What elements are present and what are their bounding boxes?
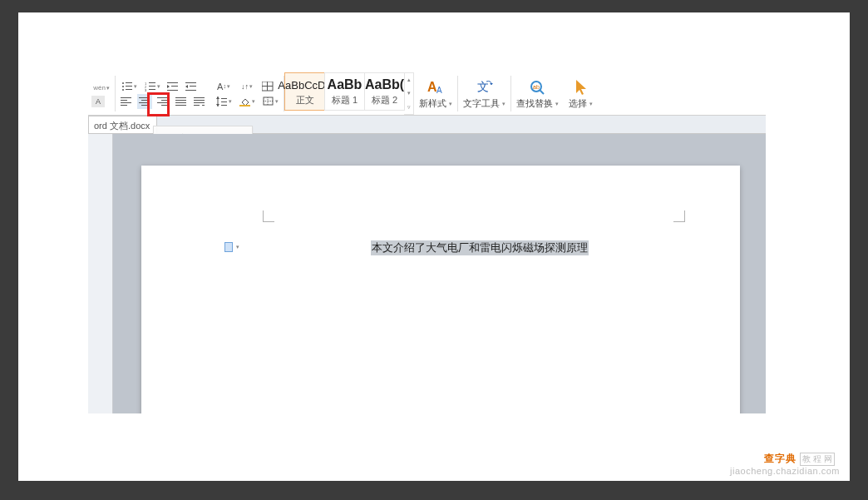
increase-indent-button[interactable]	[184, 79, 199, 94]
svg-rect-26	[139, 102, 150, 103]
cursor-icon	[573, 77, 589, 97]
sort-button[interactable]: ↓↑▾	[237, 79, 257, 94]
align-center-button[interactable]	[137, 94, 152, 109]
svg-rect-33	[175, 100, 186, 101]
chevron-up-icon[interactable]: ▴	[404, 77, 413, 83]
svg-rect-35	[175, 105, 186, 106]
text-tools-icon: 文	[475, 77, 495, 97]
svg-rect-21	[121, 100, 127, 101]
svg-rect-18	[190, 86, 196, 87]
document-tab[interactable]: ord 文档.docx	[88, 116, 157, 133]
align-justify-button[interactable]	[174, 94, 189, 109]
svg-rect-34	[175, 102, 186, 103]
bullets-button[interactable]: ▾	[119, 79, 139, 94]
svg-rect-20	[121, 97, 131, 98]
align-right-button[interactable]	[155, 94, 170, 109]
chevron-down-icon: ▾	[589, 101, 593, 107]
button-label: 新样式	[419, 97, 446, 110]
watermark-brand: 查字典 教 程 网	[764, 452, 835, 466]
new-style-button[interactable]: AA 新样式▾	[414, 72, 457, 115]
selected-body-text[interactable]: 本文介绍了大气电厂和雷电闪烁磁场探测原理	[371, 240, 589, 255]
button-label: 选择	[569, 97, 587, 110]
find-replace-button[interactable]: ab 查找替换▾	[511, 72, 564, 115]
svg-rect-32	[175, 97, 186, 98]
svg-rect-16	[185, 82, 196, 83]
svg-rect-36	[194, 97, 205, 98]
ribbon-group-font-edge: wén▾ A	[88, 72, 115, 115]
svg-rect-25	[141, 100, 148, 101]
ribbon: wén▾ A ▾ 123▾	[88, 72, 766, 116]
chevron-down-icon[interactable]: ▾	[404, 90, 413, 97]
watermark-tag: 教 程 网	[800, 453, 835, 466]
svg-rect-49	[221, 105, 227, 106]
svg-rect-15	[167, 90, 178, 91]
new-style-icon: AA	[426, 77, 446, 97]
svg-point-4	[122, 89, 124, 91]
svg-rect-11	[149, 89, 155, 90]
expand-icon[interactable]: ▿	[404, 104, 413, 111]
margin-mark	[263, 210, 274, 222]
ribbon-group-paragraph: ▾ 123▾	[116, 72, 210, 115]
chevron-down-icon: ▾	[236, 244, 239, 250]
svg-marker-61	[576, 80, 586, 95]
shading-button[interactable]: ▾	[237, 94, 257, 109]
vertical-ruler[interactable]	[88, 134, 113, 413]
svg-rect-27	[141, 105, 148, 106]
svg-rect-14	[171, 86, 178, 87]
style-label: 标题 1	[332, 94, 358, 106]
svg-rect-7	[149, 82, 155, 83]
svg-rect-29	[161, 100, 168, 101]
wps-word-window: wén▾ A ▾ 123▾	[88, 72, 766, 413]
watermark-url: jiaocheng.chazidian.com	[730, 466, 840, 476]
select-button[interactable]: 选择▾	[564, 72, 598, 115]
svg-text:文: 文	[477, 80, 489, 93]
chevron-down-icon: ▾	[502, 101, 506, 107]
table-button[interactable]	[260, 79, 275, 94]
paragraph-handle[interactable]: ▾	[224, 242, 239, 252]
svg-rect-24	[139, 97, 150, 98]
svg-rect-47	[221, 98, 227, 99]
style-heading2[interactable]: AaBb( 标题 2	[364, 72, 405, 111]
watermark-logo: 查字典	[764, 452, 796, 466]
svg-rect-38	[194, 102, 205, 103]
svg-text:ab: ab	[533, 84, 540, 90]
style-label: 正文	[296, 94, 314, 106]
svg-point-0	[122, 82, 124, 84]
svg-rect-22	[121, 102, 131, 103]
ribbon-group-paragraph-2: A↕▾ ↓↑▾ ▾ ▾ ▾	[210, 72, 284, 115]
align-left-button[interactable]	[119, 94, 134, 109]
button-label: 查找替换	[516, 97, 553, 110]
svg-rect-31	[161, 105, 168, 106]
font-size-grow-button[interactable]: A↕▾	[214, 79, 234, 94]
style-normal[interactable]: AaBbCcDd 正文	[284, 72, 325, 111]
svg-rect-48	[221, 101, 227, 102]
svg-rect-5	[126, 89, 132, 90]
svg-point-2	[122, 86, 124, 87]
line-spacing-button[interactable]: ▾	[214, 94, 234, 109]
svg-line-59	[540, 90, 544, 94]
text-tools-button[interactable]: 文 文字工具▾	[458, 72, 510, 115]
svg-rect-12	[167, 82, 178, 83]
image-frame: wén▾ A ▾ 123▾	[18, 12, 850, 481]
style-label: 标题 2	[372, 94, 397, 106]
svg-marker-57	[490, 83, 493, 85]
margin-mark	[673, 210, 685, 222]
decrease-indent-button[interactable]	[165, 79, 180, 94]
style-heading1[interactable]: AaBb 标题 1	[324, 72, 365, 111]
svg-rect-50	[239, 105, 250, 106]
workspace: ▾ 本文介绍了大气电厂和雷电闪烁磁场探测原理	[88, 134, 766, 413]
highlight-button[interactable]: A	[91, 96, 105, 107]
svg-rect-19	[185, 90, 196, 91]
svg-rect-30	[157, 102, 168, 103]
align-distributed-button[interactable]	[192, 94, 207, 109]
numbering-button[interactable]: 123▾	[142, 79, 162, 94]
svg-rect-3	[126, 86, 132, 87]
borders-button[interactable]: ▾	[260, 94, 280, 109]
font-edge-button[interactable]: wén▾	[91, 81, 111, 96]
button-label: 文字工具	[463, 97, 500, 110]
paragraph-icon	[224, 242, 233, 252]
style-gallery: AaBbCcDd 正文 AaBb 标题 1 AaBb( 标题 2 ▴ ▾ ▿	[284, 72, 414, 115]
document-page[interactable]: ▾ 本文介绍了大气电厂和雷电闪烁磁场探测原理	[141, 166, 740, 413]
style-gallery-more[interactable]: ▴ ▾ ▿	[404, 72, 414, 115]
svg-marker-17	[185, 85, 188, 88]
